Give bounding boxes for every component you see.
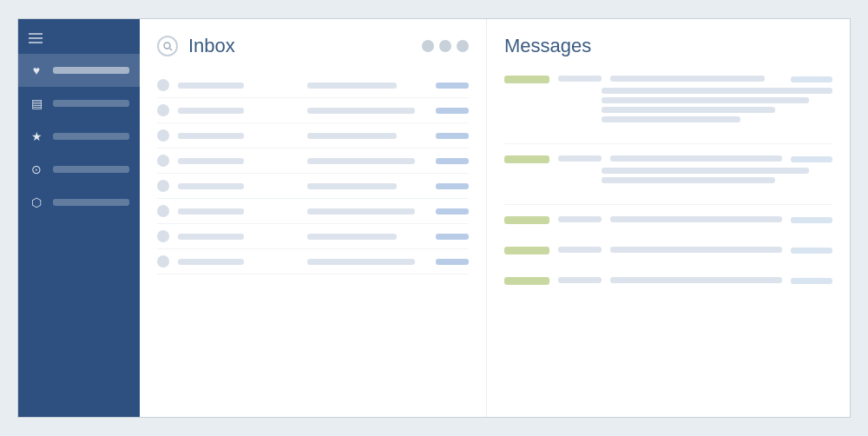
message-body <box>504 168 832 187</box>
messages-panel: Messages <box>487 19 850 417</box>
inbox-icon: ▤ <box>29 96 44 111</box>
message-line <box>610 76 765 82</box>
header-dots <box>422 40 469 52</box>
sidebar-item-favorites[interactable]: ♥ <box>18 54 140 87</box>
row-tag <box>436 259 469 265</box>
main-content: Inbox <box>140 19 850 417</box>
message-group <box>504 271 832 289</box>
message-content <box>610 247 782 253</box>
message-group <box>504 241 832 259</box>
sidebar-item-archive[interactable]: ⊙ <box>18 153 140 186</box>
list-item[interactable] <box>157 149 469 174</box>
row-bar <box>307 234 398 240</box>
row-tag <box>436 158 469 164</box>
message-group <box>504 69 832 126</box>
message-sender-bar <box>558 155 602 162</box>
dot-3 <box>457 40 469 52</box>
inbox-panel: Inbox <box>140 19 487 417</box>
hamburger-icon[interactable] <box>29 33 43 43</box>
message-content <box>610 277 782 283</box>
row-avatar <box>157 129 169 142</box>
list-item[interactable] <box>157 199 469 224</box>
message-date <box>791 76 832 83</box>
row-content <box>178 208 299 215</box>
message-tag <box>504 277 549 285</box>
row-bar <box>178 183 244 189</box>
message-sender-bar <box>558 277 602 283</box>
message-content <box>610 155 782 162</box>
row-content <box>178 108 299 114</box>
sidebar-item-inbox[interactable]: ▤ <box>18 87 140 120</box>
app-window: ♥ ▤ ★ ⊙ ⬡ <box>17 18 851 418</box>
message-item[interactable] <box>504 69 832 88</box>
message-line <box>602 177 775 183</box>
message-content <box>610 76 782 82</box>
row-bar <box>178 259 244 265</box>
svg-point-0 <box>164 43 170 49</box>
row-secondary <box>307 234 428 240</box>
row-bar <box>307 158 416 164</box>
row-avatar <box>157 230 169 242</box>
message-line <box>610 247 782 253</box>
row-bar <box>307 108 416 114</box>
list-item[interactable] <box>157 98 469 123</box>
message-body <box>504 88 832 126</box>
messages-title: Messages <box>504 35 591 56</box>
row-secondary <box>307 108 428 114</box>
content-body: Inbox <box>140 19 850 417</box>
message-date <box>791 278 832 284</box>
row-bar <box>307 208 416 215</box>
row-bar <box>178 133 244 139</box>
message-content <box>610 216 782 222</box>
row-content <box>178 234 299 240</box>
sidebar-item-starred[interactable]: ★ <box>18 120 140 153</box>
list-item[interactable] <box>157 123 469 149</box>
divider <box>504 204 832 205</box>
row-tag <box>436 183 469 189</box>
message-sender-bar <box>558 247 602 253</box>
message-date <box>791 217 832 223</box>
divider <box>504 143 832 144</box>
search-icon[interactable] <box>157 36 178 56</box>
row-secondary <box>307 133 428 139</box>
message-tag <box>504 247 549 254</box>
row-avatar <box>157 79 169 91</box>
message-group <box>504 149 832 187</box>
message-item[interactable] <box>504 149 832 168</box>
hamburger-menu[interactable] <box>18 26 140 54</box>
list-item[interactable] <box>157 174 469 199</box>
star-icon: ★ <box>29 129 44 144</box>
sidebar-item-label <box>53 199 129 206</box>
row-tag <box>436 133 469 139</box>
row-avatar <box>157 104 169 116</box>
sidebar-item-label <box>53 133 129 140</box>
list-item[interactable] <box>157 73 469 98</box>
row-content <box>178 83 299 89</box>
message-item[interactable] <box>504 210 832 228</box>
message-line <box>610 155 782 162</box>
message-sender-bar <box>558 76 602 82</box>
row-bar <box>178 158 244 164</box>
list-item[interactable] <box>157 249 469 274</box>
row-bar <box>307 83 398 89</box>
message-tag <box>504 76 549 83</box>
row-avatar <box>157 205 169 217</box>
message-line <box>602 107 775 113</box>
row-tag <box>436 208 469 215</box>
sidebar: ♥ ▤ ★ ⊙ ⬡ <box>18 19 140 417</box>
message-line <box>602 88 832 94</box>
sidebar-item-label <box>53 67 129 74</box>
list-item[interactable] <box>157 224 469 249</box>
svg-line-1 <box>169 48 172 50</box>
message-sender-bar <box>558 216 602 222</box>
row-secondary <box>307 158 428 164</box>
message-line <box>610 277 782 283</box>
row-bar <box>178 208 244 215</box>
message-item[interactable] <box>504 271 832 289</box>
message-date <box>791 248 832 254</box>
sidebar-item-tags[interactable]: ⬡ <box>18 186 140 219</box>
message-item[interactable] <box>504 241 832 259</box>
dot-1 <box>422 40 434 52</box>
inbox-title: Inbox <box>188 35 411 57</box>
row-bar <box>178 108 244 114</box>
